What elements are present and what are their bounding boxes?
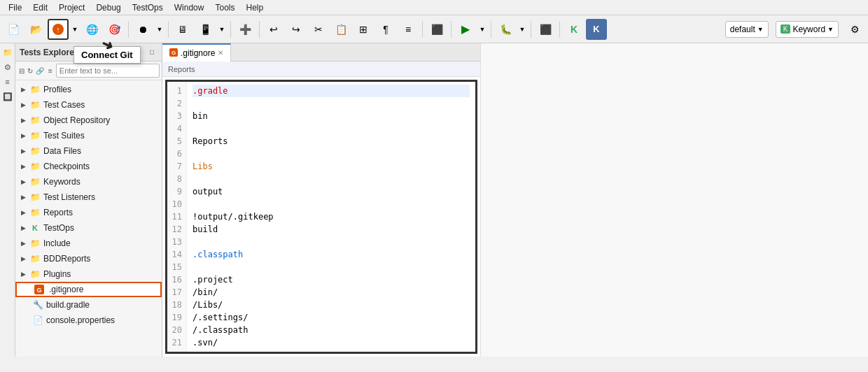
svg-text:G: G [36,287,41,294]
tree-item-testsuites[interactable]: ▶ 📁 Test Suites [15,128,162,143]
code-line-14: .classpath [192,248,470,261]
code-line-5: Reports [192,135,470,148]
toggle-profiles: ▶ [21,86,29,93]
expand-btn[interactable]: ⊞ [353,19,374,40]
maximize-btn[interactable]: □ [146,47,158,58]
tree-item-objrepo[interactable]: ▶ 📁 Object Repository [15,113,162,128]
side-icon-2[interactable]: ⚙ [1,61,14,73]
code-text-21: .svn/ [192,338,218,348]
plugin-btn[interactable]: 🌐 [81,19,102,40]
tree-item-keywords[interactable]: ▶ 📁 Keywords [15,174,162,189]
toggle-btn[interactable]: ¶ [375,19,396,40]
code-text-18: /Libs/ [192,300,223,310]
menu-window[interactable]: Window [169,1,210,14]
tree-item-reports[interactable]: ▶ 📁 Reports [15,205,162,220]
monitor-btn[interactable]: 🖥 [172,19,193,40]
line-numbers: 1 2 3 4 5 6 7 8 9 10 11 12 13 14 15 16 1… [167,82,187,352]
katalon-k[interactable]: K [564,19,584,40]
code-line-9: output [192,185,470,198]
code-text-20: /.classpath [192,325,248,335]
side-icon-1[interactable]: 📁 [1,46,14,59]
search-input[interactable] [56,64,160,78]
label-reports: Reports [43,208,73,217]
tab-git-icon: G [169,48,178,58]
tree-item-plugins[interactable]: ▶ 📁 Plugins [15,266,162,282]
tree-item-testcases[interactable]: ▶ 📁 Test Cases [15,97,162,113]
menu-edit[interactable]: Edit [27,1,53,14]
folder-icon-datafiles: 📁 [29,145,41,157]
stop-btn[interactable]: ⬛ [535,19,556,40]
tree-item-include[interactable]: ▶ 📁 Include [15,236,162,251]
code-line-20: /.classpath [192,324,470,336]
play-dropdown[interactable]: ▼ [477,19,487,40]
menu-help[interactable]: Help [240,1,269,14]
tree-item-testops[interactable]: ▶ K TestOps [15,220,162,236]
menu-project[interactable]: Project [53,1,90,14]
tree-item-checkpoints[interactable]: ▶ 📁 Checkpoints [15,159,162,174]
format-btn[interactable]: ≡ [398,19,419,40]
tree-item-bddreports[interactable]: ▶ 📁 BDDReports [15,251,162,266]
terminal-btn[interactable]: ⬛ [426,19,447,40]
toggle-include: ▶ [21,240,29,247]
debug-dropdown[interactable]: ▼ [517,19,527,40]
record-btn[interactable]: ⏺ [132,19,153,40]
menu-testops[interactable]: TestOps [127,1,169,14]
filter-btn[interactable]: ≡ [48,64,53,77]
menu-file[interactable]: File [3,1,27,14]
toggle-testcases: ▶ [21,101,29,108]
add-btn[interactable]: ➕ [234,19,255,40]
code-text-19: /.settings/ [192,313,248,322]
code-text-5: Reports [192,136,228,146]
code-line-10 [192,198,470,210]
keyword-dropdown[interactable]: K Keyword ▼ [776,21,839,38]
folder-icon-plugins: 📁 [29,269,41,280]
folder-icon-include: 📁 [29,238,41,249]
label-buildgradle: build.gradle [46,300,90,310]
code-line-18: /Libs/ [192,299,470,311]
chevron-down-icon: ▼ [757,26,764,33]
git-dropdown[interactable]: ▼ [70,19,80,40]
refresh-btn[interactable]: ↻ [27,64,34,77]
menu-tools[interactable]: Tools [209,1,240,14]
folder-icon-testsuites: 📁 [29,130,41,141]
toggle-reports: ▶ [21,209,29,216]
folder-icon-objrepo: 📁 [29,115,41,126]
default-dropdown[interactable]: default ▼ [725,21,769,38]
undo-btn[interactable]: ↩ [263,19,284,40]
side-icon-3[interactable]: ≡ [1,76,14,88]
collapse-all-btn[interactable]: ⊟ [18,64,25,77]
label-checkpoints: Checkpoints [43,162,90,171]
device-dropdown[interactable]: ▼ [217,19,227,40]
code-line-2 [192,97,470,110]
tab-close-gitignore[interactable]: ✕ [218,49,223,57]
tree-item-profiles[interactable]: ▶ 📁 Profiles [15,82,162,97]
new-file-btn[interactable]: 📄 [3,19,24,40]
record-dropdown[interactable]: ▼ [155,19,164,40]
redo-btn[interactable]: ↪ [286,19,307,40]
tree-item-gitignore[interactable]: G .gitignore [15,282,162,297]
sep5 [422,21,423,38]
device-btn[interactable]: 📱 [195,19,216,40]
side-icon-4[interactable]: 🔲 [1,90,14,103]
right-panel [480,43,868,357]
katalon-k2[interactable]: K [586,19,607,40]
editor-tab-gitignore[interactable]: G .gitignore ✕ [162,43,231,62]
code-editor[interactable]: 1 2 3 4 5 6 7 8 9 10 11 12 13 14 15 16 1… [165,80,477,354]
cut-btn[interactable]: ✂ [308,19,329,40]
git-btn[interactable]: ↑ [48,19,69,40]
code-line-17: /bin/ [192,286,470,299]
tree-item-testlisteners[interactable]: ▶ 📁 Test Listeners [15,189,162,205]
tree-item-datafiles[interactable]: ▶ 📁 Data Files [15,143,162,159]
debug-run-btn[interactable]: 🐛 [495,19,516,40]
code-text-7: Libs [192,162,213,171]
open-btn[interactable]: 📂 [25,19,46,40]
tree-item-consoleprops[interactable]: 📄 console.properties [15,313,162,328]
copy-btn[interactable]: 📋 [330,19,351,40]
code-content[interactable]: .gradle bin Reports Libs output !output/… [187,82,475,352]
menu-debug[interactable]: Debug [90,1,126,14]
extra-btn[interactable]: ⚙ [844,19,865,40]
link-btn[interactable]: 🔗 [35,64,45,77]
play-btn[interactable]: ▶ [455,19,476,40]
tree-item-buildgradle[interactable]: 🔧 build.gradle [15,297,162,313]
explorer-title: Tests Explorer [20,48,77,57]
